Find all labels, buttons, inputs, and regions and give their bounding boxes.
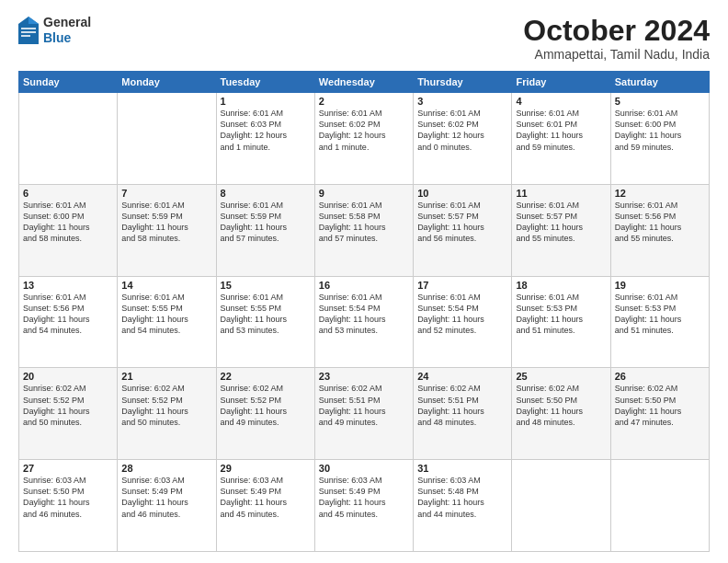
calendar-cell: 22Sunrise: 6:02 AM Sunset: 5:52 PM Dayli… [216, 368, 314, 460]
day-number: 1 [221, 96, 311, 107]
day-number: 21 [121, 371, 211, 382]
calendar-cell: 24Sunrise: 6:02 AM Sunset: 5:51 PM Dayli… [414, 368, 512, 460]
day-number: 9 [319, 188, 409, 199]
day-number: 10 [417, 188, 507, 199]
calendar-table: SundayMondayTuesdayWednesdayThursdayFrid… [18, 71, 710, 552]
calendar-cell [19, 93, 118, 185]
day-info: Sunrise: 6:03 AM Sunset: 5:48 PM Dayligh… [417, 475, 507, 520]
day-info: Sunrise: 6:01 AM Sunset: 5:54 PM Dayligh… [319, 292, 409, 337]
day-info: Sunrise: 6:03 AM Sunset: 5:49 PM Dayligh… [121, 475, 211, 520]
day-number: 15 [221, 280, 311, 291]
day-info: Sunrise: 6:01 AM Sunset: 6:00 PM Dayligh… [23, 200, 113, 245]
day-info: Sunrise: 6:01 AM Sunset: 5:55 PM Dayligh… [121, 292, 211, 337]
day-number: 4 [516, 96, 606, 107]
day-number: 25 [516, 371, 606, 382]
calendar-cell [118, 93, 216, 185]
day-number: 28 [121, 463, 211, 474]
calendar-week-2: 6Sunrise: 6:01 AM Sunset: 6:00 PM Daylig… [19, 184, 710, 276]
day-number: 13 [23, 280, 113, 291]
calendar-cell: 28Sunrise: 6:03 AM Sunset: 5:49 PM Dayli… [118, 460, 216, 552]
svg-rect-2 [21, 28, 36, 29]
day-info: Sunrise: 6:01 AM Sunset: 5:53 PM Dayligh… [516, 292, 606, 337]
calendar-week-1: 1Sunrise: 6:01 AM Sunset: 6:03 PM Daylig… [19, 93, 710, 185]
calendar-cell: 31Sunrise: 6:03 AM Sunset: 5:48 PM Dayli… [414, 460, 512, 552]
calendar-cell: 21Sunrise: 6:02 AM Sunset: 5:52 PM Dayli… [118, 368, 216, 460]
calendar-cell: 18Sunrise: 6:01 AM Sunset: 5:53 PM Dayli… [512, 276, 610, 368]
calendar-cell: 12Sunrise: 6:01 AM Sunset: 5:56 PM Dayli… [610, 184, 709, 276]
calendar-cell [512, 460, 610, 552]
day-number: 17 [417, 280, 507, 291]
day-info: Sunrise: 6:01 AM Sunset: 5:55 PM Dayligh… [221, 292, 311, 337]
day-info: Sunrise: 6:01 AM Sunset: 6:01 PM Dayligh… [516, 108, 606, 153]
calendar-cell: 4Sunrise: 6:01 AM Sunset: 6:01 PM Daylig… [512, 93, 610, 185]
day-info: Sunrise: 6:01 AM Sunset: 5:57 PM Dayligh… [417, 200, 507, 245]
calendar-cell [610, 460, 709, 552]
calendar-cell: 13Sunrise: 6:01 AM Sunset: 5:56 PM Dayli… [19, 276, 118, 368]
day-info: Sunrise: 6:02 AM Sunset: 5:52 PM Dayligh… [121, 383, 211, 428]
day-info: Sunrise: 6:01 AM Sunset: 5:59 PM Dayligh… [221, 200, 311, 245]
calendar-header-monday: Monday [118, 72, 216, 93]
calendar-cell: 16Sunrise: 6:01 AM Sunset: 5:54 PM Dayli… [314, 276, 413, 368]
calendar-cell: 20Sunrise: 6:02 AM Sunset: 5:52 PM Dayli… [19, 368, 118, 460]
day-number: 16 [319, 280, 409, 291]
logo-text: General Blue [43, 15, 91, 46]
calendar-cell: 17Sunrise: 6:01 AM Sunset: 5:54 PM Dayli… [414, 276, 512, 368]
calendar-header-friday: Friday [512, 72, 610, 93]
svg-rect-3 [21, 31, 36, 33]
logo-blue: Blue [43, 30, 91, 46]
calendar-week-4: 20Sunrise: 6:02 AM Sunset: 5:52 PM Dayli… [19, 368, 710, 460]
calendar-cell: 8Sunrise: 6:01 AM Sunset: 5:59 PM Daylig… [216, 184, 314, 276]
day-number: 7 [121, 188, 211, 199]
day-info: Sunrise: 6:03 AM Sunset: 5:50 PM Dayligh… [23, 475, 113, 520]
day-number: 26 [615, 371, 705, 382]
day-info: Sunrise: 6:01 AM Sunset: 6:02 PM Dayligh… [319, 108, 409, 153]
day-info: Sunrise: 6:01 AM Sunset: 6:00 PM Dayligh… [615, 108, 705, 153]
calendar-cell: 25Sunrise: 6:02 AM Sunset: 5:50 PM Dayli… [512, 368, 610, 460]
day-info: Sunrise: 6:01 AM Sunset: 5:53 PM Dayligh… [615, 292, 705, 337]
day-number: 20 [23, 371, 113, 382]
day-info: Sunrise: 6:03 AM Sunset: 5:49 PM Dayligh… [221, 475, 311, 520]
calendar-cell: 10Sunrise: 6:01 AM Sunset: 5:57 PM Dayli… [414, 184, 512, 276]
calendar-header-sunday: Sunday [19, 72, 118, 93]
day-info: Sunrise: 6:01 AM Sunset: 5:54 PM Dayligh… [417, 292, 507, 337]
day-number: 14 [121, 280, 211, 291]
day-number: 19 [615, 280, 705, 291]
calendar-cell: 26Sunrise: 6:02 AM Sunset: 5:50 PM Dayli… [610, 368, 709, 460]
calendar-cell: 1Sunrise: 6:01 AM Sunset: 6:03 PM Daylig… [216, 93, 314, 185]
day-number: 8 [221, 188, 311, 199]
logo: General Blue [18, 15, 91, 46]
day-number: 2 [319, 96, 409, 107]
day-info: Sunrise: 6:02 AM Sunset: 5:52 PM Dayligh… [23, 383, 113, 428]
calendar-header-saturday: Saturday [610, 72, 709, 93]
main-title: October 2024 [523, 15, 710, 47]
day-info: Sunrise: 6:01 AM Sunset: 5:59 PM Dayligh… [121, 200, 211, 245]
calendar-cell: 9Sunrise: 6:01 AM Sunset: 5:58 PM Daylig… [314, 184, 413, 276]
page: General Blue October 2024 Ammapettai, Ta… [0, 0, 728, 563]
day-info: Sunrise: 6:01 AM Sunset: 5:57 PM Dayligh… [516, 200, 606, 245]
calendar-cell: 14Sunrise: 6:01 AM Sunset: 5:55 PM Dayli… [118, 276, 216, 368]
calendar-header-wednesday: Wednesday [314, 72, 413, 93]
day-info: Sunrise: 6:01 AM Sunset: 6:02 PM Dayligh… [417, 108, 507, 153]
calendar-cell: 11Sunrise: 6:01 AM Sunset: 5:57 PM Dayli… [512, 184, 610, 276]
logo-icon [18, 17, 39, 44]
day-info: Sunrise: 6:01 AM Sunset: 5:56 PM Dayligh… [615, 200, 705, 245]
svg-rect-4 [21, 35, 30, 37]
logo-general: General [43, 15, 91, 30]
day-number: 23 [319, 371, 409, 382]
calendar-cell: 6Sunrise: 6:01 AM Sunset: 6:00 PM Daylig… [19, 184, 118, 276]
calendar-cell: 3Sunrise: 6:01 AM Sunset: 6:02 PM Daylig… [414, 93, 512, 185]
day-number: 29 [221, 463, 311, 474]
calendar-header-tuesday: Tuesday [216, 72, 314, 93]
day-info: Sunrise: 6:02 AM Sunset: 5:52 PM Dayligh… [221, 383, 311, 428]
calendar-cell: 19Sunrise: 6:01 AM Sunset: 5:53 PM Dayli… [610, 276, 709, 368]
day-number: 31 [417, 463, 507, 474]
day-number: 11 [516, 188, 606, 199]
calendar-cell: 30Sunrise: 6:03 AM Sunset: 5:49 PM Dayli… [314, 460, 413, 552]
day-info: Sunrise: 6:02 AM Sunset: 5:51 PM Dayligh… [417, 383, 507, 428]
day-number: 12 [615, 188, 705, 199]
svg-marker-1 [28, 17, 39, 24]
subtitle: Ammapettai, Tamil Nadu, India [523, 47, 710, 62]
day-info: Sunrise: 6:01 AM Sunset: 6:03 PM Dayligh… [221, 108, 311, 153]
day-number: 30 [319, 463, 409, 474]
day-number: 5 [615, 96, 705, 107]
